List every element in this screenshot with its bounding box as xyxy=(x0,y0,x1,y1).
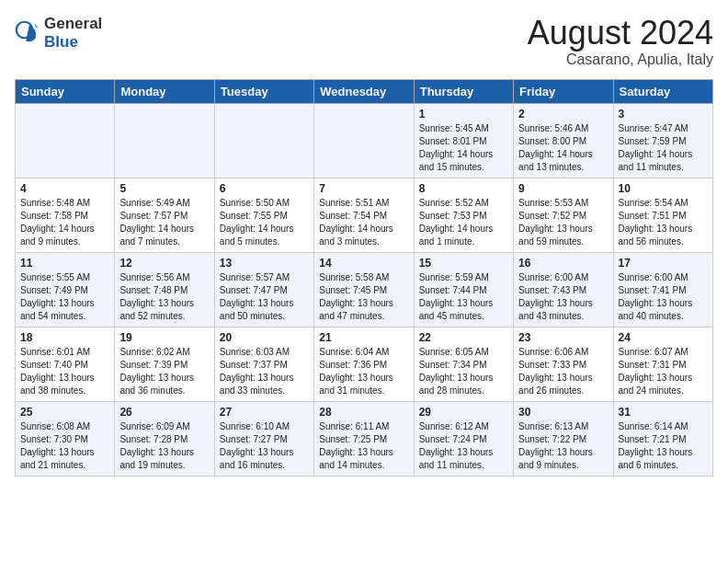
weekday-header-monday: Monday xyxy=(115,79,214,103)
calendar-cell xyxy=(214,103,313,178)
cell-info: Sunrise: 6:12 AMSunset: 7:24 PMDaylight:… xyxy=(419,420,508,472)
calendar-cell xyxy=(16,103,115,178)
calendar-cell: 3Sunrise: 5:47 AMSunset: 7:59 PMDaylight… xyxy=(613,103,712,178)
page-header: General Blue August 2024 Casarano, Apuli… xyxy=(15,15,713,68)
calendar-cell: 19Sunrise: 6:02 AMSunset: 7:39 PMDayligh… xyxy=(115,327,214,401)
calendar-week-row: 1Sunrise: 5:45 AMSunset: 8:01 PMDaylight… xyxy=(16,103,713,178)
calendar-cell: 25Sunrise: 6:08 AMSunset: 7:30 PMDayligh… xyxy=(16,401,115,476)
cell-info: Sunrise: 6:14 AMSunset: 7:21 PMDaylight:… xyxy=(619,420,708,472)
day-number: 25 xyxy=(20,406,109,419)
calendar-cell: 16Sunrise: 6:00 AMSunset: 7:43 PMDayligh… xyxy=(514,252,613,327)
day-number: 22 xyxy=(419,331,508,344)
weekday-header-wednesday: Wednesday xyxy=(314,79,414,103)
day-number: 16 xyxy=(518,257,608,270)
cell-info: Sunrise: 6:09 AMSunset: 7:28 PMDaylight:… xyxy=(119,420,209,472)
cell-info: Sunrise: 6:02 AMSunset: 7:39 PMDaylight:… xyxy=(119,346,209,397)
calendar-cell: 26Sunrise: 6:09 AMSunset: 7:28 PMDayligh… xyxy=(115,401,214,476)
cell-info: Sunrise: 5:52 AMSunset: 7:53 PMDaylight:… xyxy=(419,197,508,248)
day-number: 7 xyxy=(319,182,408,195)
calendar-cell: 29Sunrise: 6:12 AMSunset: 7:24 PMDayligh… xyxy=(414,401,513,476)
calendar-cell: 12Sunrise: 5:56 AMSunset: 7:48 PMDayligh… xyxy=(115,252,214,327)
logo-general: General xyxy=(44,15,102,32)
calendar-cell: 4Sunrise: 5:48 AMSunset: 7:58 PMDaylight… xyxy=(16,178,115,252)
day-number: 31 xyxy=(619,406,708,419)
day-number: 15 xyxy=(419,257,508,270)
calendar-cell: 30Sunrise: 6:13 AMSunset: 7:22 PMDayligh… xyxy=(514,401,613,476)
calendar-cell: 8Sunrise: 5:52 AMSunset: 7:53 PMDaylight… xyxy=(414,178,513,252)
day-number: 9 xyxy=(518,182,608,195)
cell-info: Sunrise: 5:46 AMSunset: 8:00 PMDaylight:… xyxy=(518,122,608,174)
cell-info: Sunrise: 5:50 AMSunset: 7:55 PMDaylight:… xyxy=(220,197,309,248)
cell-info: Sunrise: 6:03 AMSunset: 7:37 PMDaylight:… xyxy=(220,346,309,397)
cell-info: Sunrise: 6:04 AMSunset: 7:36 PMDaylight:… xyxy=(319,346,408,397)
calendar-cell: 21Sunrise: 6:04 AMSunset: 7:36 PMDayligh… xyxy=(314,327,414,401)
calendar-week-row: 11Sunrise: 5:55 AMSunset: 7:49 PMDayligh… xyxy=(16,252,713,327)
calendar-cell: 14Sunrise: 5:58 AMSunset: 7:45 PMDayligh… xyxy=(314,252,414,327)
day-number: 6 xyxy=(220,182,309,195)
logo-icon xyxy=(15,20,40,46)
calendar-week-row: 18Sunrise: 6:01 AMSunset: 7:40 PMDayligh… xyxy=(16,327,713,401)
day-number: 18 xyxy=(20,331,109,344)
cell-info: Sunrise: 5:57 AMSunset: 7:47 PMDaylight:… xyxy=(220,271,309,323)
calendar-cell: 7Sunrise: 5:51 AMSunset: 7:54 PMDaylight… xyxy=(314,178,414,252)
day-number: 29 xyxy=(419,406,508,419)
calendar-cell: 24Sunrise: 6:07 AMSunset: 7:31 PMDayligh… xyxy=(613,327,712,401)
calendar-week-row: 4Sunrise: 5:48 AMSunset: 7:58 PMDaylight… xyxy=(16,178,713,252)
cell-info: Sunrise: 6:10 AMSunset: 7:27 PMDaylight:… xyxy=(220,420,309,472)
day-number: 2 xyxy=(518,108,608,121)
cell-info: Sunrise: 6:13 AMSunset: 7:22 PMDaylight:… xyxy=(518,420,608,472)
title-block: August 2024 Casarano, Apulia, Italy xyxy=(528,15,713,68)
calendar-cell: 31Sunrise: 6:14 AMSunset: 7:21 PMDayligh… xyxy=(613,401,712,476)
calendar-cell: 10Sunrise: 5:54 AMSunset: 7:51 PMDayligh… xyxy=(613,178,712,252)
day-number: 23 xyxy=(518,331,608,344)
cell-info: Sunrise: 6:08 AMSunset: 7:30 PMDaylight:… xyxy=(20,420,109,472)
calendar-cell: 17Sunrise: 6:00 AMSunset: 7:41 PMDayligh… xyxy=(613,252,712,327)
calendar-cell: 1Sunrise: 5:45 AMSunset: 8:01 PMDaylight… xyxy=(414,103,513,178)
cell-info: Sunrise: 5:54 AMSunset: 7:51 PMDaylight:… xyxy=(619,197,708,248)
weekday-header-sunday: Sunday xyxy=(16,79,115,103)
cell-info: Sunrise: 5:49 AMSunset: 7:57 PMDaylight:… xyxy=(119,197,209,248)
cell-info: Sunrise: 5:45 AMSunset: 8:01 PMDaylight:… xyxy=(419,122,508,174)
weekday-header-thursday: Thursday xyxy=(414,79,513,103)
cell-info: Sunrise: 5:58 AMSunset: 7:45 PMDaylight:… xyxy=(319,271,408,323)
logo: General Blue xyxy=(15,15,102,52)
day-number: 28 xyxy=(319,406,408,419)
day-number: 27 xyxy=(220,406,309,419)
calendar-week-row: 25Sunrise: 6:08 AMSunset: 7:30 PMDayligh… xyxy=(16,401,713,476)
day-number: 8 xyxy=(419,182,508,195)
day-number: 24 xyxy=(619,331,708,344)
weekday-header-friday: Friday xyxy=(514,79,613,103)
weekday-header-tuesday: Tuesday xyxy=(214,79,313,103)
day-number: 21 xyxy=(319,331,408,344)
day-number: 1 xyxy=(419,108,508,121)
cell-info: Sunrise: 5:55 AMSunset: 7:49 PMDaylight:… xyxy=(20,271,109,323)
cell-info: Sunrise: 5:47 AMSunset: 7:59 PMDaylight:… xyxy=(619,122,708,174)
cell-info: Sunrise: 6:01 AMSunset: 7:40 PMDaylight:… xyxy=(20,346,109,397)
day-number: 11 xyxy=(20,257,109,270)
weekday-header-saturday: Saturday xyxy=(613,79,712,103)
calendar-cell: 28Sunrise: 6:11 AMSunset: 7:25 PMDayligh… xyxy=(314,401,414,476)
cell-info: Sunrise: 5:51 AMSunset: 7:54 PMDaylight:… xyxy=(319,197,408,248)
cell-info: Sunrise: 5:56 AMSunset: 7:48 PMDaylight:… xyxy=(119,271,209,323)
day-number: 3 xyxy=(619,108,708,121)
day-number: 4 xyxy=(20,182,109,195)
calendar-cell: 6Sunrise: 5:50 AMSunset: 7:55 PMDaylight… xyxy=(214,178,313,252)
cell-info: Sunrise: 6:05 AMSunset: 7:34 PMDaylight:… xyxy=(419,346,508,397)
day-number: 13 xyxy=(220,257,309,270)
calendar-cell: 2Sunrise: 5:46 AMSunset: 8:00 PMDaylight… xyxy=(514,103,613,178)
day-number: 12 xyxy=(119,257,209,270)
cell-info: Sunrise: 6:00 AMSunset: 7:41 PMDaylight:… xyxy=(619,271,708,323)
day-number: 19 xyxy=(119,331,209,344)
calendar-cell: 22Sunrise: 6:05 AMSunset: 7:34 PMDayligh… xyxy=(414,327,513,401)
calendar-cell xyxy=(314,103,414,178)
calendar-cell: 13Sunrise: 5:57 AMSunset: 7:47 PMDayligh… xyxy=(214,252,313,327)
location-subtitle: Casarano, Apulia, Italy xyxy=(528,52,713,68)
calendar-cell: 11Sunrise: 5:55 AMSunset: 7:49 PMDayligh… xyxy=(16,252,115,327)
calendar-cell xyxy=(115,103,214,178)
calendar-cell: 23Sunrise: 6:06 AMSunset: 7:33 PMDayligh… xyxy=(514,327,613,401)
day-number: 26 xyxy=(119,406,209,419)
cell-info: Sunrise: 6:06 AMSunset: 7:33 PMDaylight:… xyxy=(518,346,608,397)
cell-info: Sunrise: 6:00 AMSunset: 7:43 PMDaylight:… xyxy=(518,271,608,323)
day-number: 14 xyxy=(319,257,408,270)
cell-info: Sunrise: 5:48 AMSunset: 7:58 PMDaylight:… xyxy=(20,197,109,248)
